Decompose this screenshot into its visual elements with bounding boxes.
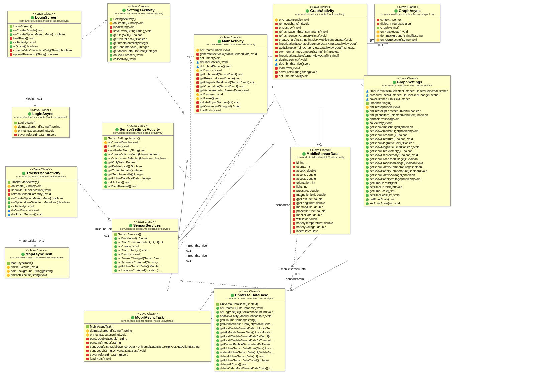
member: refreshSensorParamsByTime():void — [274, 34, 365, 38]
member: setShowAmbientLight(Boolean):void — [365, 129, 449, 133]
member: getPointScale():int — [365, 197, 449, 201]
member: savePrefs(String,String):void — [86, 353, 209, 357]
member: onOptionsItemSelected(MenuItem):boolean — [7, 200, 75, 204]
member: batteryVoltage: double — [292, 225, 349, 229]
member: onStartCommand(Intent,int,int):int — [114, 240, 176, 244]
member: setShowMagneticField(Boolean):void — [365, 145, 449, 149]
member: onResume():void — [196, 92, 266, 96]
class-graphactivity: <<Java Class>>GraphActivitycom.android.k… — [273, 4, 367, 79]
class-mapasynctask: <<Java Class>>MapAsyncTaskcom.android.kd… — [5, 247, 69, 278]
member: getMagneticFieldLevel(SensorEvent):void — [196, 80, 266, 84]
member: refreshLastFifthSensorParams():void — [274, 30, 365, 34]
class-sensorservices: <<Java Class>>SensorServicescom.android.… — [112, 219, 178, 273]
member: getContententString(int):String — [196, 104, 266, 108]
member: gpsLongitude: double — [292, 201, 349, 205]
member: MobilAsyncTask() — [86, 324, 209, 329]
member: insertDate: Date — [292, 229, 349, 233]
member: loadPrefs():void — [274, 66, 365, 70]
member: sendData(List<MobileSensorData>,Universa… — [86, 345, 209, 349]
label-01d: 0..1 — [186, 249, 192, 252]
member: onBackPressed():void — [109, 53, 168, 57]
member: removeCharts(int):void — [274, 22, 365, 26]
member: getShowProcessorUsage():Boolean — [365, 157, 449, 161]
member: getTimeOrPoint():int — [365, 181, 449, 185]
member: mobileData: double — [292, 213, 349, 217]
label-sp2: -sensorParam — [284, 277, 305, 281]
member: getAllMobileSensorData():List<Mobile... — [216, 330, 283, 334]
member: loadPrefs():void — [104, 144, 172, 148]
member: setTimeOrPoint(int):void — [365, 185, 449, 189]
member: onBind(Intent):IBinder — [114, 236, 176, 240]
member: getShowPressure():Boolean — [365, 133, 449, 137]
member: updateMobileSensorData(int,MobileSe... — [216, 350, 283, 354]
member: onCreateOptionsMenu(Menu):boolean — [104, 152, 172, 156]
member: getLastMobileSensorData():MobileSe... — [216, 326, 283, 330]
member: setShowBatteryVoltage(Boolean):void — [365, 177, 449, 181]
member: onPostExecute(String):void — [376, 38, 439, 42]
member: getSendIntervalls():Integer — [104, 172, 172, 176]
member: getMobileDataFirstDate():Integer — [104, 176, 172, 180]
label-01c: 0..1 — [104, 234, 110, 237]
member: getShowMagneticField():Boolean — [365, 141, 449, 145]
class-graphasync: <<Java Class>>GraphAsynccom.android.kdez… — [374, 4, 440, 43]
member: deleteMobileSensorData(int):void — [216, 354, 283, 358]
member: onLocationChanged(Location):... — [114, 268, 176, 272]
member: onCreate(Bundle):void — [9, 28, 79, 32]
class-sensorsettingsactivity: <<Java Class>>SensorSettingsActivitycom.… — [102, 123, 174, 189]
member: loadPrefs():void — [196, 108, 266, 112]
member: wifiData: double — [292, 217, 349, 221]
member: setTimes():void — [196, 56, 266, 60]
member: LoginAsync() — [14, 121, 68, 125]
member: SensorSettingsActivity() — [104, 136, 172, 140]
member: getOrientation(SensorEvent):void — [196, 84, 266, 88]
class-mobilesensordata: <<Java Class>>MobileSensorDatacom.androi… — [290, 147, 350, 234]
member: parseInt(Integer):String — [86, 341, 209, 345]
member: MapAsyncTask() — [6, 261, 67, 265]
label-01h: 0..1 — [294, 272, 301, 276]
member: doInBackground(String[]):String — [86, 329, 209, 333]
member: memoryUse: double — [292, 205, 349, 209]
member: setShowBatteryTemperature(Boolean):void — [365, 169, 449, 173]
class-universaldatabase: <<Java Class>>UniversalDataBasecom.andro… — [214, 288, 285, 371]
member: userID: int — [292, 165, 349, 169]
member: onPostExecute(String):void — [14, 129, 68, 133]
member: onPreExecute():void — [376, 30, 439, 34]
member: linearizationLabels(GraphViewData[]):Str… — [274, 54, 365, 58]
class-trackermapactivity: <<Java Class>>TrackerMapActivitycom.andr… — [5, 166, 77, 217]
member: savePrefs(String,String):void — [109, 29, 168, 33]
member: loadPrefs():void — [86, 357, 209, 361]
member: setShowPressure(Boolean):void — [365, 137, 449, 141]
member: linearization(List<MobileSensorData>,int… — [274, 42, 365, 46]
member: accelY: double — [292, 173, 349, 177]
member: getMobileSensorDataFrom(Date):List<... — [216, 346, 283, 350]
label-login: +login — [25, 97, 34, 100]
member: TrackerMapActivity() — [7, 180, 75, 184]
member: saveListener: OnClickListener — [365, 97, 449, 101]
member: orientation: int — [292, 181, 349, 185]
member: setShowProcessorUsage(Boolean):void — [365, 161, 449, 165]
member: getLightLevel(SensorEvent):void — [196, 72, 266, 76]
member: getSendIntervalls():Integer — [109, 45, 168, 49]
member: cotainsValidCharactersOnly(String):boole… — [9, 48, 79, 52]
member: getShowBatteryVoltage():Boolean — [365, 173, 449, 177]
member: getDeleteLocal():Boolean — [109, 37, 168, 41]
member: loadPrefs():void — [109, 25, 168, 29]
member: magneticField: double — [292, 193, 349, 197]
member: onCreate(SQLiteDatabase):void — [216, 306, 283, 310]
member: onUpgrade(SQLiteDatabase,int,int):void — [216, 310, 283, 314]
member: getMobileSensorDataCount():Integer — [216, 358, 283, 362]
member: doBindService():void — [274, 58, 365, 62]
class-loginscreen: <<Java Class>>LoginScreencom.android.kde… — [7, 11, 81, 57]
member: LoginScreen() — [9, 24, 79, 28]
member: setShowFreeMemory(Boolean):void — [365, 153, 449, 157]
member: loadPrefs():void — [9, 36, 79, 40]
label-mbound3: -mBoundService — [184, 254, 208, 257]
member: onCreate(Bundle):void — [109, 21, 168, 25]
member: getShowFreeMemory():Boolean — [365, 149, 449, 153]
member: doUnbindService():void — [274, 62, 365, 66]
member: onCreate(Bundle):void — [196, 48, 266, 52]
member: deleteOlderMobilSensorDataRows():v... — [216, 366, 283, 370]
class-mobilasynctask: <<Java Class>>MobilAsyncTaskcom.android.… — [84, 311, 211, 362]
member: getTimeIntervalls():Integer — [109, 41, 168, 45]
member: doInBackground(String[]):String — [6, 269, 67, 273]
